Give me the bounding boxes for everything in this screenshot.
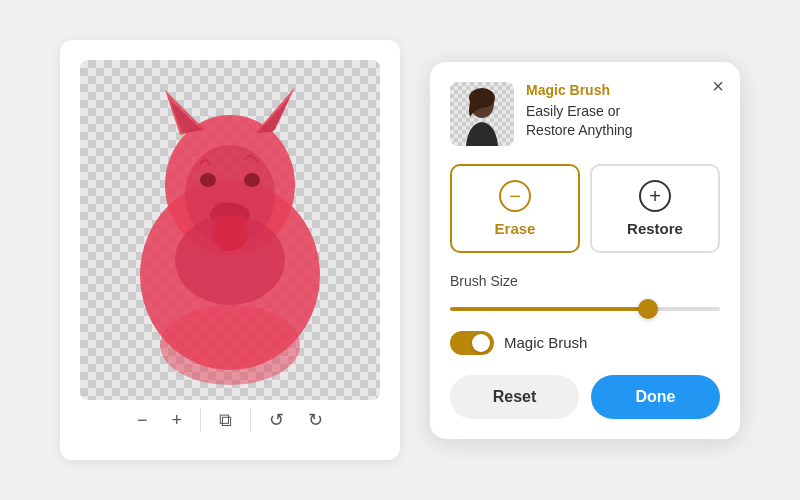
preview-row: Magic Brush Easily Erase or Restore Anyt… (450, 82, 720, 146)
close-button[interactable]: × (712, 76, 724, 96)
undo-button[interactable]: ↺ (263, 405, 290, 435)
toolbar-divider-1 (200, 408, 201, 432)
action-buttons: Reset Done (450, 375, 720, 419)
magic-brush-toggle[interactable] (450, 331, 494, 355)
erase-label: Erase (495, 220, 536, 237)
magic-brush-dialog: × Magic Brush Easily Erase or Restore An… (430, 62, 740, 439)
zoom-in-button[interactable]: + (166, 406, 189, 435)
preview-title: Magic Brush (526, 82, 720, 98)
preview-info: Magic Brush Easily Erase or Restore Anyt… (526, 82, 720, 141)
redo-button[interactable]: ↻ (302, 405, 329, 435)
svg-point-11 (175, 215, 285, 305)
erase-icon: − (499, 180, 531, 212)
restore-button[interactable]: + Restore (590, 164, 720, 253)
mode-buttons: − Erase + Restore (450, 164, 720, 253)
magic-brush-toggle-row: Magic Brush (450, 331, 720, 355)
brush-size-slider[interactable] (450, 307, 720, 311)
erase-button[interactable]: − Erase (450, 164, 580, 253)
svg-point-7 (200, 173, 216, 187)
toolbar-divider-2 (250, 408, 251, 432)
toolbar: − + ⧉ ↺ ↻ (131, 400, 329, 440)
reset-button[interactable]: Reset (450, 375, 579, 419)
preview-subtitle: Easily Erase or Restore Anything (526, 102, 720, 141)
zoom-out-button[interactable]: − (131, 406, 154, 435)
brush-size-row: Brush Size (450, 273, 720, 315)
restore-icon: + (639, 180, 671, 212)
preview-thumbnail (450, 82, 514, 146)
magic-brush-label: Magic Brush (504, 334, 587, 351)
wolf-illustration (90, 75, 370, 385)
svg-point-12 (160, 305, 300, 385)
svg-point-8 (244, 173, 260, 187)
done-button[interactable]: Done (591, 375, 720, 419)
layers-button[interactable]: ⧉ (213, 406, 238, 435)
canvas-area: − + ⧉ ↺ ↻ (60, 40, 400, 460)
image-canvas[interactable] (80, 60, 380, 400)
restore-label: Restore (627, 220, 683, 237)
brush-size-label: Brush Size (450, 273, 720, 289)
